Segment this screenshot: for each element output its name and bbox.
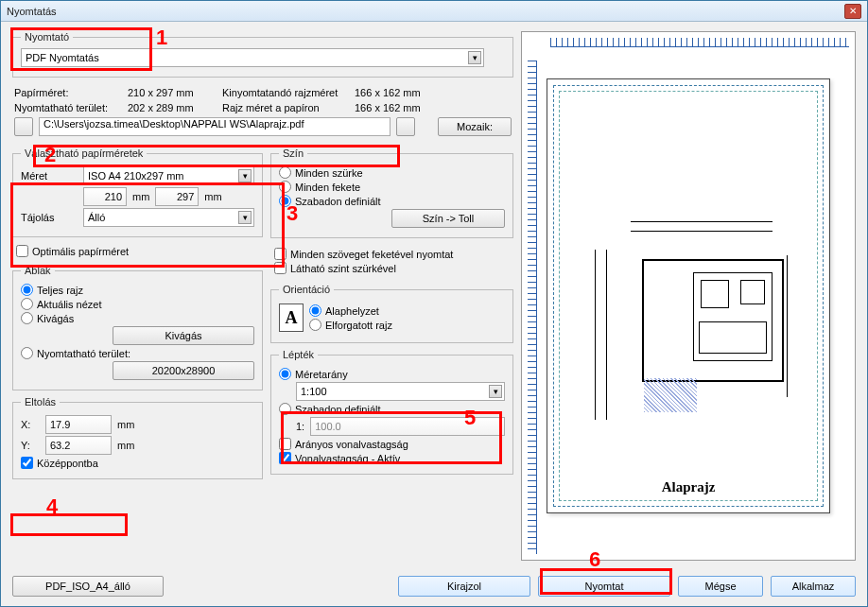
cancel-button[interactable]: Mégse [678, 576, 763, 597]
apply-button[interactable]: Alkalmaz [771, 576, 856, 597]
ruler-vertical [528, 61, 537, 554]
weight-active-checkbox[interactable] [279, 452, 291, 464]
free-color-label: Szabadon definiált [295, 196, 381, 207]
color-to-pen-button[interactable]: Szín -> Toll [391, 209, 505, 228]
orient-rotated-radio[interactable] [309, 319, 321, 331]
free-color-radio[interactable] [279, 195, 291, 207]
offset-y-input[interactable] [45, 436, 112, 455]
scale-free-label: Szabadon definiált [295, 404, 381, 415]
offset-legend: Eltolás [21, 396, 60, 408]
print-area-value: 202 x 289 mm [128, 102, 222, 113]
orientation-group: Orientáció A Alaphelyzet Elforgatott raj… [270, 284, 513, 343]
gray-level-label: Látható szint szürkével [290, 263, 396, 274]
offset-y-label: Y: [21, 440, 40, 451]
orient-rotated-label: Elforgatott rajz [325, 320, 392, 331]
titlebar: Nyomtatás ✕ [1, 1, 867, 22]
weight-active-label: Vonalvastagság - Aktív [295, 453, 400, 464]
orientation-icon: A [279, 304, 304, 332]
proportional-weight-checkbox[interactable] [279, 438, 291, 450]
width-input[interactable] [83, 187, 127, 206]
scale-group: Lépték Méretarány 1:100▾ Szabadon defini… [270, 349, 513, 475]
center-checkbox[interactable] [21, 457, 33, 469]
printer-group: Nyomtató PDF Nyomtatás ▾ [12, 31, 513, 78]
color-legend: Szín [279, 147, 307, 159]
full-drawing-label: Teljes rajz [37, 285, 83, 296]
close-button[interactable]: ✕ [844, 4, 861, 19]
crop-label: Kivágás [37, 313, 74, 324]
orient-default-radio[interactable] [309, 304, 321, 317]
offset-x-input[interactable] [45, 415, 112, 434]
all-black-radio[interactable] [279, 181, 291, 193]
all-black-label: Minden fekete [295, 182, 360, 193]
black-text-checkbox[interactable] [274, 248, 286, 260]
current-view-radio[interactable] [21, 298, 33, 310]
ruler-horizontal [550, 38, 849, 47]
gray-level-checkbox[interactable] [274, 262, 286, 274]
orientation-select[interactable]: Álló ▾ [83, 208, 254, 227]
orientation-legend: Orientáció [279, 284, 334, 295]
chevron-down-icon: ▾ [468, 51, 481, 64]
mm-label: mm [132, 191, 149, 202]
preset-button[interactable]: PDF_ISO_A4_álló [12, 576, 164, 597]
chevron-down-icon: ▾ [489, 385, 502, 398]
printarea-option-label: Nyomtatható terület: [37, 348, 130, 359]
all-gray-radio[interactable] [279, 166, 291, 179]
printarea-radio[interactable] [21, 347, 33, 359]
current-view-label: Aktuális nézet [37, 299, 101, 310]
scale-free-input[interactable] [310, 417, 505, 436]
offset-group: Eltolás X:mm Y:mm Középpontba [12, 396, 263, 479]
optimal-size-label: Optimális papírméret [32, 246, 129, 257]
center-label: Középpontba [37, 458, 98, 469]
chevron-down-icon: ▾ [238, 169, 252, 182]
printer-legend: Nyomtató [21, 31, 73, 43]
floorplan-drawing [585, 193, 791, 429]
scale-free-radio[interactable] [279, 403, 291, 415]
draw-paper-label: Rajz méret a papíron [222, 102, 355, 113]
height-input[interactable] [155, 187, 199, 206]
full-drawing-radio[interactable] [21, 284, 33, 296]
paper-sizes-legend: Választható papírméretek [21, 147, 147, 159]
one-to-label: 1: [296, 421, 304, 432]
paper-size-value: 210 x 297 mm [128, 87, 222, 98]
scale-ratio-radio[interactable] [279, 368, 291, 380]
scale-ratio-label: Méretarány [295, 369, 348, 380]
optimal-size-checkbox[interactable] [16, 245, 28, 257]
black-text-label: Minden szöveget feketével nyomtat [290, 249, 453, 260]
preview-page: Alaprajz [547, 78, 830, 513]
path-extra-button[interactable] [396, 117, 415, 136]
mozaik-button[interactable]: Mozaik: [438, 117, 512, 136]
path-browse-button[interactable] [14, 117, 33, 136]
proportional-weight-label: Arányos vonalvastagság [295, 439, 408, 450]
draw-button[interactable]: Kirajzol [398, 576, 530, 597]
annotation-4: 4 [46, 494, 58, 519]
window-title: Nyomtatás [7, 6, 844, 17]
orientation-label: Tájolás [21, 212, 78, 223]
paper-sizes-group: Választható papírméretek Méret ISO A4 21… [12, 147, 263, 237]
orient-default-label: Alaphelyzet [325, 305, 379, 317]
all-gray-label: Minden szürke [295, 167, 363, 179]
scale-select[interactable]: 1:100▾ [296, 382, 505, 401]
scale-legend: Lépték [279, 349, 318, 360]
size-select[interactable]: ISO A4 210x297 mm ▾ [83, 166, 254, 185]
crop-button[interactable]: Kivágás [113, 326, 254, 345]
mm-label: mm [117, 419, 134, 430]
printer-select[interactable]: PDF Nyomtatás ▾ [21, 48, 484, 67]
mm-label: mm [204, 191, 221, 202]
paper-info-grid: Papírméret: 210 x 297 mm Kinyomtatandó r… [14, 87, 512, 113]
print-preview: Alaprajz [521, 31, 856, 561]
draw-paper-value: 166 x 162 mm [355, 102, 449, 113]
size-label: Méret [21, 170, 78, 182]
window-group: Ablak Teljes rajz Aktuális nézet Kivágás… [12, 265, 263, 390]
chevron-down-icon: ▾ [238, 211, 252, 224]
draw-size-value: 166 x 162 mm [355, 87, 449, 98]
print-area-label: Nyomtatható terület: [14, 102, 128, 113]
dimensions-button[interactable]: 20200x28900 [113, 361, 254, 380]
print-button[interactable]: Nyomtat [538, 576, 670, 597]
mm-label: mm [117, 440, 134, 451]
draw-size-label: Kinyomtatandó rajzméret [222, 87, 355, 98]
preview-caption: Alaprajz [547, 479, 829, 495]
output-path-display[interactable]: C:\Users\jozsa.timea\Desktop\NAPPALI WS\… [39, 117, 391, 136]
window-legend: Ablak [21, 265, 55, 276]
offset-x-label: X: [21, 419, 40, 430]
crop-radio[interactable] [21, 312, 33, 324]
